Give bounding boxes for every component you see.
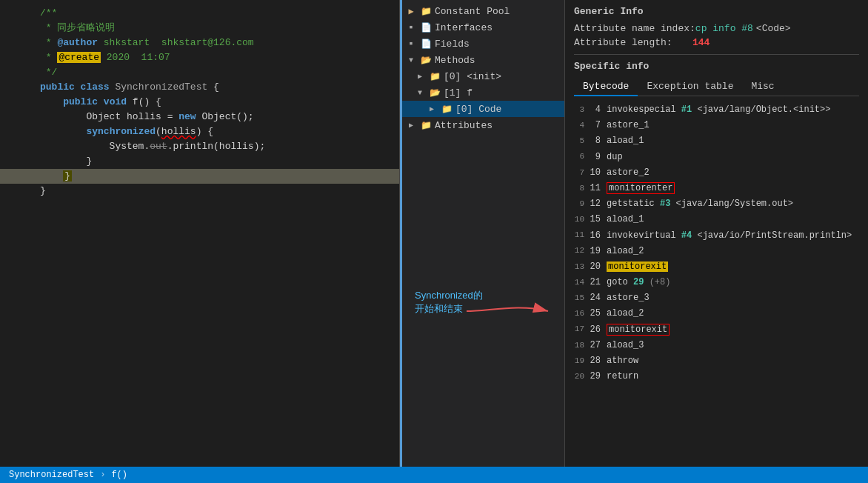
attr-length-row: Attribute length: 144 xyxy=(574,37,859,48)
folder-symbol: 📁 xyxy=(420,5,432,17)
bc-instr: getstatic #3 <java/lang/System.out> xyxy=(607,197,793,211)
status-separator: › xyxy=(100,470,105,480)
generic-info-title: Generic Info xyxy=(574,6,859,17)
bc-offset: 12 xyxy=(589,197,607,211)
code-line: * 同步省略说明 xyxy=(0,21,399,36)
code-text: * @author shkstart shkstart@126.com xyxy=(37,36,254,50)
code-line-highlighted: } xyxy=(0,169,399,184)
tree-label-init: [0] <init> xyxy=(444,71,501,82)
attr-name-suffix: <Code> xyxy=(756,23,791,34)
attr-length-label: Attribute length: xyxy=(574,37,692,48)
bc-offset: 10 xyxy=(589,166,607,180)
chevron-right-icon: ▶ xyxy=(405,119,417,131)
folder-icon: 📁 xyxy=(441,103,453,115)
tree-item-init[interactable]: ▶ 📁 [0] <init> xyxy=(402,68,564,84)
code-line: public void f() { xyxy=(0,95,399,110)
bc-line: 3 xyxy=(574,104,589,117)
folder-icon: 📁 xyxy=(429,70,441,82)
bc-row: 20 29 return xyxy=(574,369,859,384)
code-line: System.out.println(hollis); xyxy=(0,139,399,154)
right-panel: Generic Info Attribute name index: cp in… xyxy=(565,0,868,467)
bc-line: 8 xyxy=(574,182,589,196)
tree-item-fields[interactable]: ▪ 📄 Fields xyxy=(402,36,564,52)
bc-offset: 21 xyxy=(589,276,607,290)
bc-instr: monitorexit xyxy=(607,260,668,274)
tree-item-f[interactable]: ▼ 📂 [1] f xyxy=(402,84,564,101)
bc-row: 15 24 astore_3 xyxy=(574,290,859,306)
tree-label-constant-pool: Constant Pool xyxy=(435,6,510,17)
bytecode-table: 3 4 invokespecial #1 <java/lang/Object.<… xyxy=(574,102,859,384)
code-text: synchronized(hollis) { xyxy=(37,124,213,139)
bc-row: 9 12 getstatic #3 <java/lang/System.out> xyxy=(574,196,859,212)
bc-row: 18 27 aload_3 xyxy=(574,338,859,353)
bc-instr: aload_1 xyxy=(607,213,644,227)
main-container: /** * 同步省略说明 * @author shkstart shkstart… xyxy=(0,0,868,467)
code-text: } xyxy=(37,169,72,184)
bc-offset: 15 xyxy=(589,213,607,227)
tree-label-fields: Fields xyxy=(435,39,470,50)
tree-item-code[interactable]: ▶ 📁 [0] Code xyxy=(402,101,564,117)
bc-offset: 27 xyxy=(589,339,607,353)
code-text: public void f() { xyxy=(37,95,161,110)
status-bar: SynchronizedTest › f() xyxy=(0,467,868,483)
bc-offset: 19 xyxy=(589,244,607,259)
code-line: * @create 2020 11:07 xyxy=(0,50,399,65)
status-method: f() xyxy=(111,470,127,480)
bc-row: 17 26 monitorexit xyxy=(574,322,859,338)
bc-line: 7 xyxy=(574,167,589,180)
tree-label-interfaces: Interfaces xyxy=(435,22,493,33)
bc-offset: 28 xyxy=(589,354,607,368)
tab-exception-table[interactable]: Exception table xyxy=(638,78,742,96)
code-line: Object hollis = new Object(); xyxy=(0,110,399,124)
bc-line: 10 xyxy=(574,213,589,227)
bc-row: 19 28 athrow xyxy=(574,353,859,369)
folder-symbol: ▪ xyxy=(405,21,417,33)
bc-row: 14 21 goto 29 (+8) xyxy=(574,275,859,290)
bc-line: 18 xyxy=(574,339,589,353)
bc-instr: monitorexit xyxy=(607,323,671,337)
bc-instr: invokespecial #1 <java/lang/Object.<init… xyxy=(607,103,830,117)
code-text: System.out.println(hollis); xyxy=(37,139,265,154)
specific-info-title: Specific info xyxy=(574,61,859,72)
bc-line: 5 xyxy=(574,135,589,148)
code-text: /** xyxy=(37,6,57,21)
attr-name-value[interactable]: cp info #8 xyxy=(695,23,753,34)
attr-name-label: Attribute name index: xyxy=(574,23,695,34)
bc-row: 8 11 monitorenter xyxy=(574,181,859,196)
bc-line: 20 xyxy=(574,370,589,384)
code-text: public class SynchronizedTest { xyxy=(37,80,219,95)
tab-bytecode[interactable]: Bytecode xyxy=(574,78,638,96)
bc-offset: 9 xyxy=(589,150,607,164)
tree-label-attributes: Attributes xyxy=(435,120,493,131)
tree-item-methods[interactable]: ▼ 📂 Methods xyxy=(402,52,564,68)
bc-line: 13 xyxy=(574,261,589,274)
chevron-down-icon: ▼ xyxy=(414,87,426,99)
folder-symbol2: 📄 xyxy=(420,21,432,33)
code-text: } xyxy=(37,154,92,169)
bc-instr: invokevirtual #4 <java/io/PrintStream.pr… xyxy=(607,229,852,243)
code-text: * 同步省略说明 xyxy=(37,21,115,36)
code-text: Object hollis = new Object(); xyxy=(37,110,254,124)
code-panel: /** * 同步省略说明 * @author shkstart shkstart… xyxy=(0,0,400,467)
folder-symbol: ▪ xyxy=(405,38,417,50)
code-line: /** xyxy=(0,6,399,21)
bc-instr: return xyxy=(607,370,638,384)
code-line: } xyxy=(0,184,399,199)
bc-instr: astore_1 xyxy=(607,119,650,133)
bc-instr: astore_2 xyxy=(607,166,650,180)
tree-label-code: [0] Code xyxy=(455,104,501,115)
tree-item-interfaces[interactable]: ▪ 📄 Interfaces xyxy=(402,19,564,36)
bc-row: 6 9 dup xyxy=(574,150,859,165)
tab-misc[interactable]: Misc xyxy=(742,78,783,96)
bc-row: 12 19 aload_2 xyxy=(574,244,859,259)
code-text: } xyxy=(37,184,46,199)
bc-offset: 16 xyxy=(589,229,607,243)
code-text: * @create 2020 11:07 xyxy=(37,50,170,65)
bc-line: 17 xyxy=(574,323,589,336)
tree-item-constant-pool[interactable]: ▶ 📁 Constant Pool xyxy=(402,3,564,19)
folder-open-icon: 📂 xyxy=(420,54,432,66)
tree-panel-inner: ▶ 📁 Constant Pool ▪ 📄 Interfaces ▪ 📄 Fie… xyxy=(402,0,564,133)
tree-label-methods: Methods xyxy=(435,55,475,66)
tree-item-attributes[interactable]: ▶ 📁 Attributes xyxy=(402,117,564,133)
folder-icon: 📁 xyxy=(420,119,432,131)
